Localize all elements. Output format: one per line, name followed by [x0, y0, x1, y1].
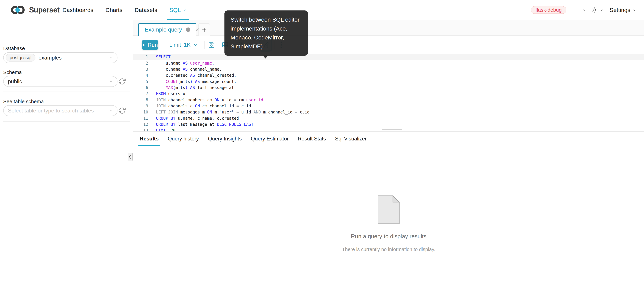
refresh-tables-icon[interactable] [118, 107, 126, 114]
query-tab[interactable]: Example query [138, 23, 196, 36]
line-number: 10 [133, 109, 154, 115]
line-number: 12 [133, 121, 154, 127]
chevron-down-icon [600, 8, 604, 12]
tooltip-text: Switch between SQL editor implementation… [230, 15, 302, 51]
nav-item-label: Dashboards [62, 7, 93, 13]
schema-label: Schema [3, 69, 22, 75]
nav-item-label: Charts [106, 7, 122, 13]
code-text: LIMIT 20 [154, 128, 176, 131]
nav-item-sql[interactable]: SQL [170, 0, 187, 20]
code-line[interactable]: 2 u.name AS user_name, [133, 60, 644, 66]
chevron-down-icon [632, 8, 636, 12]
code-line[interactable]: 4 c.created AS channel_created, [133, 72, 644, 78]
results-tab-query-insights[interactable]: Query Insights [208, 131, 242, 146]
nav-item-dashboards[interactable]: Dashboards [62, 0, 93, 20]
code-text: u.name AS user_name, [154, 61, 214, 66]
editor-switch-tooltip: Switch between SQL editor implementation… [224, 10, 308, 56]
table-schema-label: See table schema [3, 99, 44, 104]
chevron-down-icon [582, 8, 586, 12]
results-tab-query-history[interactable]: Query history [167, 131, 199, 146]
empty-state-subtitle: There is currently no information to dis… [342, 247, 435, 252]
add-tab-button[interactable] [198, 23, 210, 36]
navbar-right: flask-debug Settings [531, 0, 636, 20]
refresh-schemas-icon[interactable] [118, 78, 126, 85]
nav-item-datasets[interactable]: Datasets [134, 0, 157, 20]
code-line[interactable]: 11GROUP BY u.name, c.name, c.created [133, 115, 644, 121]
code-line[interactable]: 10LEFT JOIN messages m ON m."user" = u.i… [133, 109, 644, 115]
superset-infinity-icon [10, 5, 27, 15]
run-label: Run [148, 42, 158, 48]
code-line[interactable]: 1SELECT [133, 54, 644, 60]
chevron-down-icon [109, 108, 114, 113]
code-text: FROM users u [154, 91, 185, 96]
line-number: 2 [133, 60, 154, 66]
results-tab-bar: ResultsQuery historyQuery InsightsQuery … [133, 131, 644, 146]
collapse-sidebar-button[interactable] [128, 153, 132, 161]
database-label: Database [3, 45, 25, 51]
chevron-down-icon [109, 79, 114, 84]
save-query-icon[interactable] [208, 41, 215, 48]
results-panel: ResultsQuery historyQuery InsightsQuery … [133, 131, 644, 290]
line-number: 11 [133, 115, 154, 121]
code-line[interactable]: 12ORDER BY last_message_at DESC NULLS LA… [133, 121, 644, 127]
code-text: LEFT JOIN messages m ON m."user" = u.id … [154, 110, 310, 114]
code-text: MAX(m.ts) AS last_message_at [154, 85, 234, 90]
line-number: 7 [133, 91, 154, 97]
code-text: COUNT(m.ts) AS message_count, [154, 79, 236, 84]
run-query-button[interactable]: Run [142, 40, 158, 50]
code-line[interactable]: 6 MAX(m.ts) AS last_message_at [133, 85, 644, 91]
line-number: 1 [133, 54, 154, 60]
tooltip-arrow [263, 55, 268, 58]
table-select-placeholder: Select table or type to search tables [8, 108, 94, 114]
document-icon [378, 195, 400, 224]
nav-item-label: SQL [170, 7, 181, 13]
sql-code-editor[interactable]: 1SELECT2 u.name AS user_name,3 c.name AS… [133, 54, 644, 131]
line-number: 9 [133, 103, 154, 109]
results-tab-sql-visualizer[interactable]: Sql Visualizer [334, 131, 367, 146]
chevron-down-icon [109, 55, 114, 60]
sidebar-divider [3, 121, 130, 122]
code-line[interactable]: 8JOIN channel_members cm ON u.id = cm.us… [133, 97, 644, 103]
chevron-down-icon [183, 8, 187, 12]
chevron-down-icon [193, 42, 198, 47]
row-limit-dropdown[interactable]: Limit 1K [169, 36, 198, 54]
code-line[interactable]: 3 c.name AS channel_name, [133, 66, 644, 72]
brand-name: Superset [29, 6, 60, 14]
database-dialect-tag: postgresql [6, 54, 36, 61]
results-tab-result-stats[interactable]: Result Stats [297, 131, 326, 146]
code-line[interactable]: 5 COUNT(m.ts) AS message_count, [133, 78, 644, 84]
play-icon [142, 43, 145, 47]
new-plus-icon[interactable] [574, 7, 580, 13]
database-select[interactable]: postgresql examples [3, 52, 118, 63]
toolbar-divider [204, 41, 204, 49]
table-select[interactable]: Select table or type to search tables [3, 105, 118, 116]
code-line[interactable]: 7FROM users u [133, 91, 644, 97]
top-navbar: Superset DashboardsChartsDatasetsSQL fla… [0, 0, 644, 20]
main-nav: DashboardsChartsDatasetsSQL [62, 0, 187, 20]
line-number: 4 [133, 72, 154, 78]
query-tab-label: Example query [145, 26, 182, 33]
code-text: JOIN channel_members cm ON u.id = cm.use… [154, 98, 263, 102]
line-number: 13 [133, 127, 154, 131]
schema-select[interactable]: public [3, 76, 118, 87]
theme-sun-icon[interactable] [591, 6, 598, 13]
split-drag-grip[interactable] [382, 129, 402, 130]
code-text: c.created AS channel_created, [154, 73, 236, 78]
settings-menu[interactable]: Settings [610, 7, 630, 13]
panel-resize-handle[interactable] [132, 153, 133, 161]
code-text: c.name AS channel_name, [154, 67, 222, 72]
limit-value: 1K [184, 42, 190, 48]
nav-item-charts[interactable]: Charts [106, 0, 122, 20]
results-tab-results[interactable]: Results [139, 131, 159, 146]
code-line[interactable]: 9JOIN channels c ON cm.channel_id = c.id [133, 103, 644, 109]
limit-label: Limit [169, 42, 181, 48]
code-text: JOIN channels c ON cm.channel_id = c.id [154, 104, 251, 108]
sidebar-divider [3, 92, 130, 92]
code-text: ORDER BY last_message_at DESC NULLS LAST [154, 122, 254, 127]
superset-logo[interactable]: Superset [10, 0, 60, 20]
nav-item-label: Datasets [134, 7, 157, 13]
schema-value: public [8, 78, 22, 85]
results-tab-query-estimator[interactable]: Query Estimator [250, 131, 289, 146]
line-number: 8 [133, 97, 154, 103]
code-text: SELECT [154, 55, 170, 59]
